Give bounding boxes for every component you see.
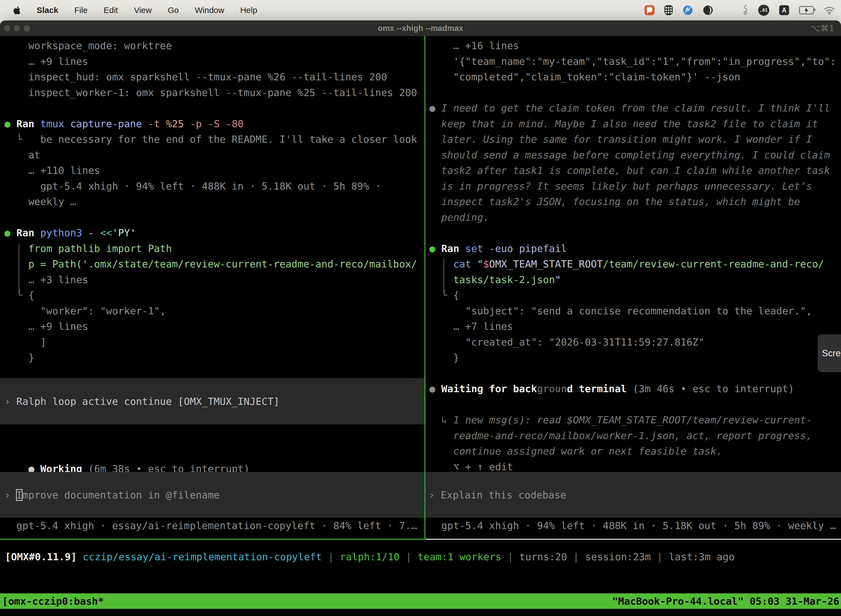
- menu-view[interactable]: View: [134, 6, 151, 15]
- hook-clip-icon[interactable]: [742, 5, 748, 16]
- menu-bar: Slack File Edit View Go Window Help ..61…: [0, 0, 841, 21]
- banner-prompt-icon: ›: [4, 396, 10, 407]
- working-indicator: ● Working (6m 38s • esc to interrupt): [4, 446, 250, 461]
- pie-meter-icon[interactable]: [703, 5, 713, 15]
- terminal-line: }: [4, 350, 424, 366]
- terminal-line: should send a message before completing …: [429, 147, 841, 163]
- battery-charging-icon[interactable]: [799, 6, 814, 14]
- terminal-line: [429, 225, 841, 241]
- screen-tooltip: Scre: [818, 334, 841, 372]
- terminal-line: … +7 lines: [429, 319, 841, 334]
- terminal-line: … +9 lines: [4, 319, 424, 334]
- terminal-line: ● Waiting for background terminal (3m 46…: [429, 381, 841, 397]
- text-cursor: I: [16, 489, 22, 501]
- terminal-line: continue assigned work or next feasible …: [429, 443, 841, 459]
- terminal-line: [4, 100, 424, 116]
- terminal-line: '{"team_name":"my-team","task_id":"1","f…: [429, 54, 841, 70]
- terminal-line: [4, 210, 424, 226]
- menu-file[interactable]: File: [74, 6, 88, 15]
- input-placeholder: mprove documentation in @filename: [22, 489, 220, 501]
- omx-status-bar: [OMX#0.11.9] cczip/essay/ai-reimplementa…: [5, 549, 734, 565]
- pane-bottom-border-right: [425, 539, 841, 540]
- apple-menu-icon[interactable]: [13, 6, 21, 15]
- terminal-line: }: [429, 350, 841, 366]
- input-prompt-icon: ›: [4, 489, 16, 501]
- dots-grid-icon[interactable]: [723, 6, 732, 15]
- terminal-line: later. Using the same for transition mig…: [429, 132, 841, 147]
- terminal-line: inspect_worker-1: omx sparkshell --tmux-…: [4, 85, 424, 101]
- terminal-line: inspect task2's JSON, focusing on the st…: [429, 194, 841, 210]
- terminal-line: task2 after task1 is complete, but can I…: [429, 163, 841, 179]
- terminal-line: … +9 lines: [4, 54, 424, 70]
- terminal-line: is in progress? It seems likely but perh…: [429, 179, 841, 194]
- tmux-host-clock: "MacBook-Pro-44.local" 05:03 31-Mar-26: [612, 595, 841, 607]
- tmux-session-label: [omx-cczip0:bash*: [0, 595, 104, 607]
- menu-window[interactable]: Window: [195, 6, 224, 15]
- terminal-line: ● Ran tmux capture-pane -t %25 -p -S -80: [4, 116, 424, 132]
- terminal-line: ● I need to get the claim token from the…: [429, 100, 841, 116]
- shield-keypad-icon[interactable]: [664, 5, 673, 15]
- terminal-line: [429, 366, 841, 381]
- terminal-line: "created_at": "2026-03-31T11:59:27.816Z": [429, 334, 841, 350]
- terminal-line: cat "$OMX_TEAM_STATE_ROOT/team/review-cu…: [429, 257, 841, 272]
- menu-go[interactable]: Go: [168, 6, 179, 15]
- input-source-icon[interactable]: A: [779, 5, 789, 15]
- chat-app-icon[interactable]: [645, 5, 655, 15]
- terminal-line: keep that in mind. Maybe I also need the…: [429, 116, 841, 132]
- banner-text: Ralph loop active continue [OMX_TMUX_INJ…: [10, 396, 280, 407]
- command-connector-line: [19, 244, 19, 294]
- terminal-line: p = Path('.omx/state/team/review-current…: [4, 257, 424, 272]
- terminal-line: "completed","claim_token":"claim-token"}…: [429, 69, 841, 85]
- window-shortcut-badge: ⌥⌘1: [811, 21, 834, 36]
- input-placeholder: Explain this codebase: [441, 489, 566, 501]
- terminal-line: └ be necessary for the end of the README…: [4, 132, 424, 147]
- wifi-icon[interactable]: [824, 6, 835, 15]
- terminal-line: tasks/task-2.json": [429, 272, 841, 288]
- terminal-line: weekly …: [4, 194, 424, 210]
- pane-divider[interactable]: [424, 36, 425, 539]
- terminal-line: at: [4, 147, 424, 163]
- terminal-line: from pathlib import Path: [4, 241, 424, 257]
- window-title: omx --xhigh --madmax: [0, 21, 841, 36]
- model-status-right: gpt-5.4 xhigh · 94% left · 488K in · 5.1…: [429, 518, 841, 534]
- terminal-line: ● Ran python3 - <<'PY': [4, 225, 424, 241]
- terminal-line: readme-and-reco/mailbox/worker-1.json, a…: [429, 428, 841, 444]
- terminal-window: omx --xhigh --madmax ⌥⌘1 workspace_mode:…: [0, 21, 841, 616]
- menu-app-name[interactable]: Slack: [37, 6, 58, 15]
- command-connector-line: [443, 259, 444, 293]
- terminal-line: ↳ 1 new msg(s): read $OMX_TEAM_STATE_ROO…: [429, 412, 841, 428]
- terminal-line: workspace_mode: worktree: [4, 38, 424, 54]
- terminal-line: pending.: [429, 210, 841, 226]
- menu-edit[interactable]: Edit: [104, 6, 118, 15]
- terminal-line: └ {: [4, 287, 424, 303]
- terminal-line: gpt-5.4 xhigh · 94% left · 488K in · 5.1…: [4, 179, 424, 194]
- terminal-right-pane[interactable]: … +16 lines '{"team_name":"my-team","tas…: [429, 38, 841, 475]
- terminal-line: … +110 lines: [4, 163, 424, 179]
- terminal-line: "subject": "send a concise recommendatio…: [429, 303, 841, 319]
- terminal-line: ● Ran set -euo pipefail: [429, 241, 841, 257]
- input-prompt-icon: ›: [429, 489, 441, 501]
- ralph-loop-banner: › Ralph loop active continue [OMX_TMUX_I…: [0, 378, 424, 424]
- terminal-line: └ {: [429, 287, 841, 303]
- prompt-input-left[interactable]: › Improve documentation in @filename: [0, 472, 424, 518]
- terminal-line: [429, 85, 841, 101]
- pane-bottom-border-left: [0, 539, 425, 540]
- model-status-left: gpt-5.4 xhigh · essay/ai-reimplementatio…: [4, 518, 424, 534]
- menu-help[interactable]: Help: [240, 6, 258, 15]
- tmux-status-bar: [omx-cczip0:bash* "MacBook-Pro-44.local"…: [0, 593, 841, 609]
- sync-bolt-icon[interactable]: [683, 5, 693, 15]
- window-title-bar[interactable]: omx --xhigh --madmax ⌥⌘1: [0, 21, 841, 36]
- prompt-input-right[interactable]: › Explain this codebase: [425, 472, 841, 518]
- terminal-left-pane[interactable]: workspace_mode: worktree … +9 lines insp…: [4, 38, 424, 366]
- terminal-line: … +16 lines: [429, 38, 841, 54]
- terminal-line: ]: [4, 334, 424, 350]
- terminal-line: "worker": "worker-1",: [4, 303, 424, 319]
- omx-status-line: [OMX#0.11.9] cczip/essay/ai-reimplementa…: [5, 549, 734, 565]
- terminal-line: … +3 lines: [4, 272, 424, 288]
- terminal-line: inspect_hud: omx sparkshell --tmux-pane …: [4, 69, 424, 85]
- terminal-line: [429, 397, 841, 413]
- battery-percent-badge[interactable]: ..61: [758, 5, 769, 16]
